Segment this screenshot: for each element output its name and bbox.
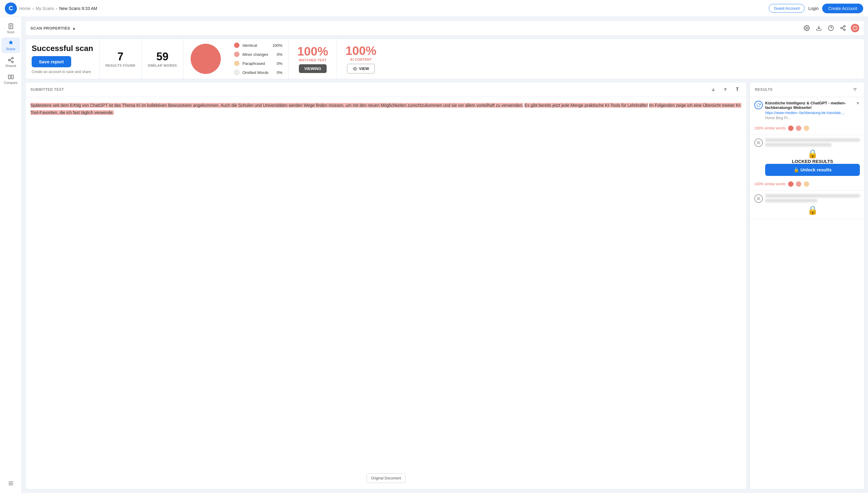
sidebar-item-scans[interactable]: Scans xyxy=(1,37,20,53)
chart-section xyxy=(183,39,228,79)
sidebar: Scan Scans Shared Compare xyxy=(0,17,22,493)
svg-point-19 xyxy=(841,27,842,29)
create-account-button[interactable]: Create Account xyxy=(822,4,863,13)
result-1-dot-2 xyxy=(796,126,801,131)
paraphrased-dot xyxy=(234,61,240,66)
lock-icon-2: 🔒 xyxy=(765,205,860,215)
sidebar-menu-button[interactable] xyxy=(5,477,17,489)
result-1-dot-3 xyxy=(804,126,809,131)
main-content: SCAN PROPERTIES ▲ xyxy=(22,17,868,493)
submitted-text-label: SUBMITTED TEXT xyxy=(30,87,64,92)
arrow-up-icon[interactable] xyxy=(721,85,730,94)
scan-props-actions xyxy=(803,24,859,32)
identical-dot xyxy=(234,43,240,48)
breadcrumb-home[interactable]: Home xyxy=(19,6,30,11)
ai-content-pct: 100% xyxy=(346,44,376,58)
arrow-down-icon[interactable] xyxy=(709,85,717,94)
legend-minor: Minor changes 0% xyxy=(234,51,282,57)
filter-icon[interactable] xyxy=(851,85,859,94)
result-item-1-header: Künstliche Intelligenz & ChatGPT - medie… xyxy=(750,97,864,124)
menu-icon xyxy=(8,480,14,486)
breadcrumb: Home › My Scans › New Scans 9:33 AM xyxy=(19,6,97,11)
bottom-panels: SUBMITTED TEXT xyxy=(25,82,864,489)
settings-icon[interactable] xyxy=(803,24,811,32)
guest-account-button[interactable]: Guest Account xyxy=(769,4,805,13)
result-1-url[interactable]: https://www-medien--fachberatung-be.tran… xyxy=(765,111,853,115)
results-found-label: RESULTS FOUND xyxy=(106,64,135,67)
lock-center: 🔒 LOCKED RESULTS 🔒 Unlock results xyxy=(765,149,860,176)
scans-icon xyxy=(7,40,14,46)
scan-icon xyxy=(7,23,14,29)
font-size-icon[interactable]: T xyxy=(733,85,742,94)
locked-content-area: 🔒 LOCKED RESULTS 🔒 Unlock results xyxy=(765,138,860,176)
text-panel-header: SUBMITTED TEXT xyxy=(26,82,747,97)
svg-point-18 xyxy=(844,26,845,27)
svg-point-14 xyxy=(806,27,808,29)
svg-point-4 xyxy=(12,57,13,59)
legend-omitted: Omitted Words 0% xyxy=(234,70,282,75)
breadcrumb-my-scans[interactable]: My Scans xyxy=(36,6,54,11)
share-icon[interactable] xyxy=(839,24,847,32)
viewing-button[interactable]: VIEWING xyxy=(299,64,327,73)
shared-icon xyxy=(7,57,14,63)
text-panel: SUBMITTED TEXT xyxy=(25,82,747,489)
legend-omitted-pct: 0% xyxy=(271,70,282,75)
save-hint: Create an account to save and share xyxy=(32,70,93,74)
text-panel-header-icons: T xyxy=(709,85,742,94)
breadcrumb-current: New Scans 9:33 AM xyxy=(59,6,97,11)
sidebar-item-scan[interactable]: Scan xyxy=(1,21,20,36)
locked-result-2: 🔒 xyxy=(750,191,864,219)
result-1-chevron[interactable]: ▼ xyxy=(855,101,860,106)
legend-paraphrased-label: Paraphrased xyxy=(243,61,268,66)
sidebar-label-shared: Shared xyxy=(5,64,16,68)
stats-card: Successful scan Save report Create an ac… xyxy=(25,39,864,79)
view-button[interactable]: VIEW xyxy=(347,64,375,73)
result-1-icon xyxy=(754,101,763,109)
login-button[interactable]: Login xyxy=(808,6,819,11)
legend-paraphrased-pct: 0% xyxy=(271,61,282,66)
success-section: Successful scan Save report Create an ac… xyxy=(26,39,99,79)
help-icon[interactable] xyxy=(827,24,835,32)
svg-point-20 xyxy=(844,29,845,30)
svg-rect-10 xyxy=(11,75,13,79)
text-highlight-1: Spätestens seit dem Erfolg von ChatGPT i… xyxy=(30,103,523,108)
locked-line-1 xyxy=(765,138,860,142)
locked-result-2-icon xyxy=(754,194,763,203)
sidebar-item-compare[interactable]: Compare xyxy=(1,71,20,87)
legend-paraphrased: Paraphrased 0% xyxy=(234,61,282,66)
breadcrumb-sep1: › xyxy=(32,6,34,11)
download-icon[interactable] xyxy=(815,24,823,32)
legend-identical-pct: 100% xyxy=(271,43,282,48)
legend-identical-label: Identical xyxy=(243,43,268,48)
legend-minor-pct: 0% xyxy=(271,52,282,57)
locked-result-1-icon xyxy=(754,138,763,147)
result-1-dot-1 xyxy=(788,126,794,131)
save-report-button[interactable]: Save report xyxy=(32,56,71,67)
chevron-up-icon: ▲ xyxy=(72,26,76,30)
locked-content-area-2: 🔒 xyxy=(765,194,860,215)
sidebar-label-scans: Scans xyxy=(6,47,15,51)
result-item-1: Künstliche Intelligenz & ChatGPT - medie… xyxy=(750,97,864,135)
results-label: RESULTS xyxy=(755,87,773,92)
similar-words-section: 59 SIMILAR WORDS xyxy=(142,39,183,79)
legend-section: Identical 100% Minor changes 0% Paraphra… xyxy=(228,39,288,79)
compare-icon xyxy=(7,73,14,80)
results-found-section: 7 RESULTS FOUND xyxy=(99,39,142,79)
unlock-results-button[interactable]: 🔒 Unlock results xyxy=(765,164,860,176)
nav-right: Guest Account Login Create Account xyxy=(769,4,863,13)
ai-content-label: AI CONTENT xyxy=(350,58,372,61)
top-nav: C Home › My Scans › New Scans 9:33 AM Gu… xyxy=(0,0,868,17)
app-logo: C xyxy=(5,2,17,15)
svg-point-6 xyxy=(12,61,13,63)
similar-words-label: SIMILAR WORDS xyxy=(148,64,177,67)
matched-text-pct: 100% xyxy=(297,45,328,58)
scan-properties-bar: SCAN PROPERTIES ▲ xyxy=(25,21,864,36)
alert-icon[interactable] xyxy=(851,24,859,32)
eye-icon xyxy=(353,67,357,71)
svg-line-7 xyxy=(10,60,12,62)
sidebar-item-shared[interactable]: Shared xyxy=(1,54,20,70)
locked-lines xyxy=(765,138,860,146)
locked-line-2 xyxy=(765,143,831,146)
similar-words-number: 59 xyxy=(156,50,168,63)
submitted-text-content: Spätestens seit dem Erfolg von ChatGPT i… xyxy=(26,97,747,489)
